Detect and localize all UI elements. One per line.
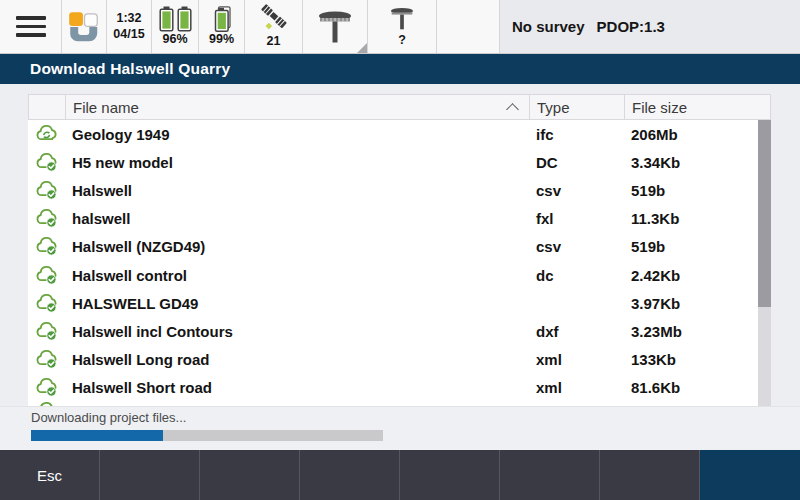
- esc-button[interactable]: Esc: [0, 450, 100, 500]
- file-type: csv: [529, 238, 624, 255]
- satellite-count: 21: [267, 35, 281, 49]
- battery-internal-percent: 96%: [162, 33, 187, 47]
- battery-external-cell[interactable]: 99%: [199, 0, 245, 53]
- project-sync-button[interactable]: [62, 0, 107, 53]
- status-message: Downloading project files...: [31, 410, 186, 425]
- file-type: csv: [529, 182, 624, 199]
- cloud-sync-icon: [35, 125, 58, 144]
- receiver-unknown-cell[interactable]: ?: [368, 0, 437, 53]
- file-row[interactable]: halswell fxl 11.3Kb: [28, 205, 758, 233]
- corner-fold-indicator: [357, 43, 367, 53]
- file-row[interactable]: HALSWELL GD49 3.97Kb: [28, 289, 758, 317]
- clock-cell[interactable]: 1:32 04/15: [107, 0, 152, 53]
- file-type: DC: [529, 154, 624, 171]
- file-row[interactable]: Halswell incl Contours dxf 3.23Mb: [28, 317, 758, 345]
- file-name: halswell: [65, 210, 529, 227]
- softkey-slot-2: [100, 450, 200, 500]
- softkey-slot-7: [600, 450, 700, 500]
- file-list: Geology 1949 ifc 206Mb: [28, 120, 758, 406]
- download-status-bar: Downloading project files...: [0, 406, 800, 450]
- file-name: Halswell control: [65, 267, 529, 284]
- softkey-slot-3: [200, 450, 300, 500]
- file-size: 519b: [624, 182, 758, 199]
- satellite-icon: [258, 4, 290, 34]
- file-size: 519b: [624, 238, 758, 255]
- file-name: Halswell Short road: [65, 379, 529, 396]
- header-icon-column[interactable]: [29, 95, 66, 119]
- file-size: 81.6Kb: [624, 379, 758, 396]
- cloud-check-icon: [35, 378, 58, 397]
- file-type: xml: [529, 351, 624, 368]
- file-row[interactable]: Halswell Short road xml 81.6Kb: [28, 374, 758, 402]
- file-type: ifc: [529, 126, 624, 143]
- cloud-check-icon: [35, 237, 58, 256]
- content-area: File name Type File size: [0, 84, 800, 450]
- file-name: Halswell Long road: [65, 351, 529, 368]
- file-type: xml: [529, 379, 624, 396]
- file-name: HALSWELL GD49: [65, 295, 529, 312]
- satellites-cell[interactable]: 21: [245, 0, 303, 53]
- cloud-check-icon: [35, 153, 58, 172]
- clock-date: 04/15: [113, 27, 144, 43]
- softkey-slot-5: [400, 450, 500, 500]
- softkey-slot-8: [700, 450, 800, 500]
- header-type-label: Type: [537, 99, 570, 116]
- progress-bar-fill: [31, 430, 163, 441]
- dual-battery-icon: [159, 6, 192, 32]
- file-size: 206Mb: [624, 126, 758, 143]
- file-name: Halswell incl Contours: [65, 323, 529, 340]
- file-size: 3.97Kb: [624, 295, 758, 312]
- battery-external-percent: 99%: [209, 33, 234, 47]
- header-file-name[interactable]: File name: [66, 95, 530, 119]
- file-name: Halswell: [65, 182, 529, 199]
- clock-time: 1:32: [113, 11, 144, 27]
- esc-button-label: Esc: [37, 467, 62, 484]
- page-title: Download Halswell Quarry: [0, 60, 230, 78]
- cloud-check-icon: [35, 322, 58, 341]
- file-size: 133Kb: [624, 351, 758, 368]
- file-rows: Geology 1949 ifc 206Mb: [28, 120, 758, 402]
- trimble-sync-logo-icon: [66, 9, 102, 45]
- header-file-size-label: File size: [632, 99, 687, 116]
- progress-bar: [31, 430, 383, 441]
- cloud-check-icon: [35, 294, 58, 313]
- file-type: dc: [529, 267, 624, 284]
- cloud-check-icon: [35, 266, 58, 285]
- vertical-scrollbar[interactable]: [758, 120, 771, 406]
- empty-cell: [437, 0, 500, 53]
- app-screen: 1:32 04/15 96%: [0, 0, 800, 500]
- file-size: 3.23Mb: [624, 323, 758, 340]
- survey-status-text: No survey: [512, 18, 585, 35]
- file-name: Geology 1949: [65, 126, 529, 143]
- battery-internal-cell[interactable]: 96%: [152, 0, 199, 53]
- file-row[interactable]: Halswell Long road xml 133Kb: [28, 346, 758, 374]
- file-type: dxf: [529, 323, 624, 340]
- file-row[interactable]: Halswell (NZGD49) csv 519b: [28, 233, 758, 261]
- receiver-unknown-label: ?: [398, 34, 406, 48]
- pdop-value: PDOP:1.3: [597, 18, 665, 35]
- stacked-battery-icon: [212, 6, 231, 32]
- cloud-check-icon: [35, 181, 58, 200]
- cloud-check-icon: [35, 209, 58, 228]
- receiver-active-cell[interactable]: [303, 0, 368, 53]
- survey-status-area[interactable]: No survey PDOP:1.3: [500, 0, 800, 53]
- header-type[interactable]: Type: [530, 95, 625, 119]
- sort-ascending-icon: [506, 103, 519, 116]
- file-row[interactable]: Geology 1949 ifc 206Mb: [28, 120, 758, 148]
- file-row[interactable]: H5 new model DC 3.34Kb: [28, 148, 758, 176]
- top-status-bar: 1:32 04/15 96%: [0, 0, 800, 54]
- cloud-check-icon: [35, 350, 58, 369]
- hamburger-icon: [16, 16, 46, 37]
- scrollbar-thumb[interactable]: [758, 120, 771, 307]
- file-type: fxl: [529, 210, 624, 227]
- softkey-bar: Esc: [0, 450, 800, 500]
- softkey-slot-4: [300, 450, 400, 500]
- file-row[interactable]: Halswell control dc 2.42Kb: [28, 261, 758, 289]
- menu-button[interactable]: [0, 0, 62, 53]
- title-bar: Download Halswell Quarry: [0, 54, 800, 84]
- file-row[interactable]: Halswell csv 519b: [28, 176, 758, 204]
- table-header: File name Type File size: [28, 94, 771, 120]
- header-file-size[interactable]: File size: [625, 95, 770, 119]
- file-size: 3.34Kb: [624, 154, 758, 171]
- file-size: 2.42Kb: [624, 267, 758, 284]
